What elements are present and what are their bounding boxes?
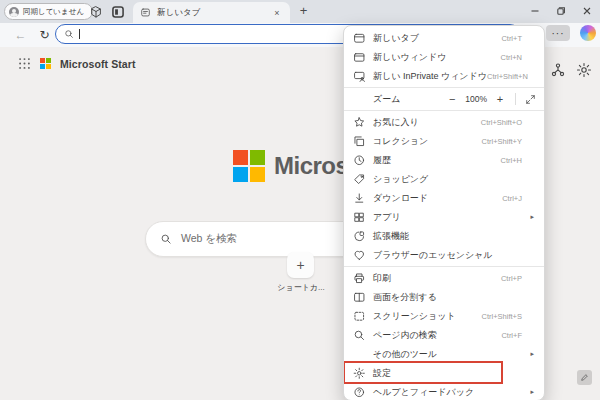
menu-item-label: 新しいタブ <box>373 32 419 45</box>
menu-item-label: 新しいウィンドウ <box>373 51 446 64</box>
avatar-icon <box>9 7 19 17</box>
menu-separator <box>344 110 544 111</box>
shortcut-hint: Ctrl+Shift+Y <box>482 137 522 146</box>
menu-item-label: コレクション <box>373 135 428 148</box>
profile-label: 同期していません <box>23 7 84 17</box>
find-on-page-icon <box>353 329 366 342</box>
window-controls <box>522 0 600 22</box>
downloads-icon <box>353 192 366 205</box>
workspaces-icon[interactable] <box>88 4 104 20</box>
divider <box>515 93 516 105</box>
menu-item-label: スクリーンショット <box>373 310 456 323</box>
menu-item-favorites[interactable]: お気に入りCtrl+Shift+O <box>344 113 544 132</box>
essentials-icon <box>353 249 366 262</box>
shortcut-hint: Ctrl+T <box>501 34 522 43</box>
shortcut-label: ショートカ... <box>262 282 340 293</box>
menu-item-history[interactable]: 履歴Ctrl+H <box>344 151 544 170</box>
add-shortcut-button[interactable]: + <box>287 252 314 278</box>
menu-item-browser-essentials[interactable]: ブラウザーのエッセンシャル <box>344 246 544 265</box>
zoom-label: ズーム <box>373 93 400 106</box>
print-icon <box>353 272 366 285</box>
extensions-icon <box>353 230 366 243</box>
menu-item-label: ダウンロード <box>373 192 428 205</box>
search-placeholder: Web を検索 <box>181 232 237 246</box>
menu-item-settings[interactable]: 設定 <box>344 364 544 383</box>
help-icon <box>353 386 366 399</box>
shortcut-hint: Ctrl+J <box>502 194 522 203</box>
share-icon[interactable] <box>550 62 567 79</box>
app-launcher-icon[interactable] <box>18 57 31 70</box>
split-screen-icon <box>353 291 366 304</box>
tab-title: 新しいタブ <box>157 7 200 19</box>
menu-item-shopping[interactable]: ショッピング <box>344 170 544 189</box>
tab-close-icon[interactable]: × <box>271 7 283 19</box>
menu-item-split-screen[interactable]: 画面を分割する <box>344 288 544 307</box>
collections-icon <box>353 135 366 148</box>
settings-icon <box>353 367 366 380</box>
zoom-value: 100% <box>465 94 487 104</box>
text-caret <box>79 29 80 39</box>
profile-button[interactable]: 同期していません <box>4 3 93 20</box>
menu-item-zoom: ズーム−100%+ <box>344 90 544 109</box>
shopping-icon <box>353 173 366 186</box>
minimize-button[interactable] <box>522 0 548 22</box>
menu-item-label: 印刷 <box>373 272 391 285</box>
menu-item-screenshot[interactable]: スクリーンショットCtrl+Shift+S <box>344 307 544 326</box>
menu-item-collections[interactable]: コレクションCtrl+Shift+Y <box>344 132 544 151</box>
menu-item-print[interactable]: 印刷Ctrl+P <box>344 269 544 288</box>
menu-item-new-window[interactable]: 新しいウィンドウCtrl+N <box>344 48 544 67</box>
search-icon <box>64 29 74 39</box>
new-tab-icon <box>353 32 366 45</box>
menu-item-label: ブラウザーのエッセンシャル <box>373 249 493 262</box>
microsoft-logo-icon <box>233 150 265 182</box>
menu-item-find-on-page[interactable]: ページ内の検索Ctrl+F <box>344 326 544 345</box>
menu-item-downloads[interactable]: ダウンロードCtrl+J <box>344 189 544 208</box>
page-settings-icon[interactable] <box>576 62 593 79</box>
fullscreen-button[interactable] <box>525 94 536 105</box>
refresh-icon[interactable]: ↻ <box>36 26 53 43</box>
menu-item-label: 画面を分割する <box>373 291 437 304</box>
menu-item-label: お気に入り <box>373 116 419 129</box>
back-icon[interactable]: ← <box>12 26 29 43</box>
submenu-arrow-icon: ▸ <box>530 213 534 221</box>
new-window-icon <box>353 51 366 64</box>
brand-title[interactable]: Microsoft Start <box>60 58 136 70</box>
menu-item-extensions[interactable]: 拡張機能 <box>344 227 544 246</box>
menu-item-apps[interactable]: アプリ▸ <box>344 208 544 227</box>
menu-item-new-inprivate-window[interactable]: 新しい InPrivate ウィンドウCtrl+Shift+N <box>344 67 544 86</box>
menu-item-help-and-feedback[interactable]: ヘルプとフィードバック▸ <box>344 383 544 400</box>
shortcut-hint: Ctrl+P <box>501 274 522 283</box>
tab-actions-icon[interactable] <box>110 4 126 20</box>
menu-item-label: 新しい InPrivate ウィンドウ <box>373 70 487 83</box>
favorites-icon <box>353 116 366 129</box>
shortcut-hint: Ctrl+Shift+N <box>487 72 528 81</box>
zoom-out-button[interactable]: − <box>446 93 458 105</box>
history-icon <box>353 154 366 167</box>
zoom-in-button[interactable]: + <box>494 93 506 105</box>
shortcut-hint: Ctrl+Shift+S <box>482 312 522 321</box>
new-tab-button[interactable]: + <box>296 4 311 19</box>
browser-menu: 新しいタブCtrl+T新しいウィンドウCtrl+N新しい InPrivate ウ… <box>343 25 545 400</box>
menu-item-label: 設定 <box>373 367 391 380</box>
shortcut-hint: Ctrl+F <box>501 331 522 340</box>
tab-new-tab[interactable]: 新しいタブ × <box>133 2 290 23</box>
more-menu-button[interactable]: ··· <box>546 25 570 41</box>
restore-button[interactable] <box>548 0 574 22</box>
copilot-icon[interactable] <box>580 25 596 41</box>
menu-item-label: ヘルプとフィードバック <box>373 386 474 399</box>
microsoft-logo-icon <box>40 58 51 69</box>
submenu-arrow-icon: ▸ <box>530 388 534 396</box>
tab-favicon-icon <box>140 7 151 18</box>
menu-item-more-tools[interactable]: その他のツール▸ <box>344 345 544 364</box>
menu-item-label: アプリ <box>373 211 401 224</box>
edit-background-icon[interactable] <box>577 370 592 385</box>
menu-item-label: ページ内の検索 <box>373 329 437 342</box>
menu-item-label: 履歴 <box>373 154 391 167</box>
menu-item-new-tab[interactable]: 新しいタブCtrl+T <box>344 29 544 48</box>
menu-item-label: 拡張機能 <box>373 230 409 243</box>
shortcut-hint: Ctrl+Shift+O <box>481 118 522 127</box>
tab-strip: 同期していません 新しいタブ × + <box>0 0 600 23</box>
close-button[interactable] <box>574 0 600 22</box>
shortcut-hint: Ctrl+N <box>501 53 522 62</box>
inprivate-icon <box>353 70 366 83</box>
